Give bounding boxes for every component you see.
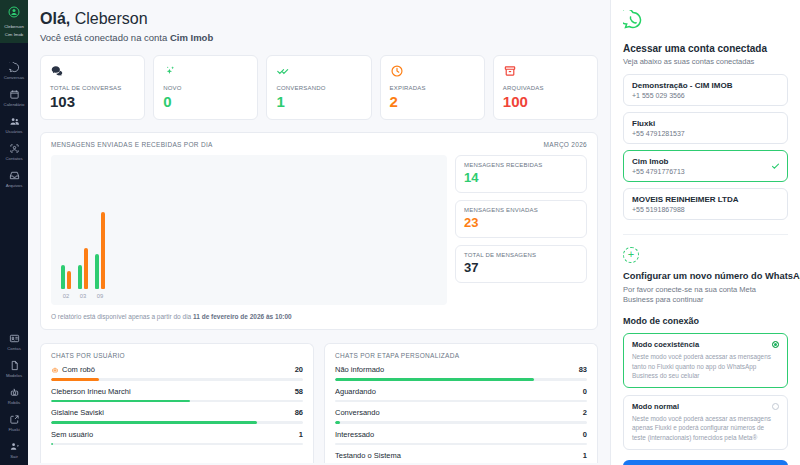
- subtitle-account: Cim Imob: [170, 32, 213, 43]
- mode-option-coexistencia[interactable]: Modo coexistência Neste modo você poderá…: [623, 333, 788, 388]
- sidebar-bottom-group: Contas Modelos Robôs Fluxki Sair: [0, 328, 28, 465]
- sidebar-item-fluxki[interactable]: Fluxki: [0, 409, 28, 436]
- whatsapp-panel: Acessar uma conta conectada Veja abaixo …: [610, 0, 800, 465]
- row-value: 2: [583, 408, 587, 417]
- progress-track: [51, 421, 303, 424]
- radio-selected-icon[interactable]: [772, 341, 779, 348]
- progress-track: [51, 400, 303, 403]
- account-card-fluxki[interactable]: Fluxki +55 4791281537: [623, 112, 788, 144]
- stat-value: 103: [50, 93, 135, 110]
- bar: [61, 265, 65, 289]
- list-item[interactable]: Gislaine Saviski86: [51, 408, 303, 424]
- sidebar-item-modelos[interactable]: Modelos: [0, 355, 28, 382]
- chart-title: MENSAGENS ENVIADAS E RECEBIDAS POR DIA: [51, 141, 213, 148]
- page-title: Olá, Cleberson: [40, 10, 598, 28]
- bar-x-label: 03: [80, 293, 86, 299]
- progress-fill: [51, 421, 257, 424]
- sidebar-item-contas[interactable]: Contas: [0, 328, 28, 355]
- row-value: 0: [583, 430, 587, 439]
- progress-fill: [51, 443, 53, 446]
- document-icon: [9, 360, 20, 371]
- account-card-cim-imob[interactable]: Cim Imob +55 4791776713: [623, 150, 788, 182]
- sparkles-icon: [163, 64, 177, 78]
- sidebar-item-conversas[interactable]: Conversas: [0, 57, 28, 84]
- inbox-icon: [9, 170, 20, 181]
- list-item[interactable]: Interessado0: [335, 430, 587, 446]
- account-phone: +55 4791776713: [632, 168, 779, 175]
- stat-card-total-conversas[interactable]: TOTAL DE CONVERSAS 103: [40, 55, 145, 120]
- users-icon: [9, 116, 20, 127]
- stat-label: CONVERSANDO: [276, 85, 361, 91]
- sidebar-item-robos[interactable]: Robôs: [0, 382, 28, 409]
- bar: [67, 271, 71, 289]
- row-label: Aguardando: [335, 387, 376, 396]
- robot-icon: [9, 387, 20, 398]
- row-label: Testando o Sistema: [335, 451, 401, 460]
- summary-value: 14: [464, 170, 578, 185]
- progress-track: [335, 421, 587, 424]
- row-value: 0: [583, 387, 587, 396]
- chats-by-user-card: CHATS POR USUÁRIO Com robô 20 Cleberson …: [40, 343, 314, 463]
- account-phone: +1 555 029 3566: [632, 92, 779, 99]
- account-phone: +55 4791281537: [632, 130, 779, 137]
- stat-label: EXPIRADAS: [390, 85, 475, 91]
- mode-option-normal[interactable]: Modo normal Neste modo você poderá acess…: [623, 395, 788, 450]
- progress-track: [51, 443, 303, 446]
- summary-label: TOTAL DE MENSAGENS: [464, 252, 578, 258]
- list-item[interactable]: Com robô 20: [51, 365, 303, 381]
- add-number-icon[interactable]: [623, 247, 639, 263]
- stat-label: ARQUIVADAS: [503, 85, 588, 91]
- account-card-demonstracao[interactable]: Demonstração - CIM IMOB +1 555 029 3566: [623, 74, 788, 106]
- summary-card-enviadas: MENSAGENS ENVIADAS 23: [455, 200, 587, 238]
- connect-meta-business-button[interactable]: Conectar com o Meta Business: [623, 460, 788, 465]
- sidebar-profile[interactable]: Cleberson Cim Imob: [0, 0, 28, 43]
- sidebar-item-contatos[interactable]: Contatos: [0, 138, 28, 165]
- stat-value: 1: [276, 93, 361, 110]
- progress-track: [51, 378, 303, 381]
- stat-card-expiradas[interactable]: EXPIRADAS 2: [380, 55, 485, 120]
- messages-bar-chart: 020309: [61, 212, 105, 299]
- external-link-icon: [9, 414, 20, 425]
- chats-icon: [50, 64, 64, 78]
- chats-by-stage-card: CHATS POR ETAPA PERSONALIZADA Não inform…: [324, 343, 598, 463]
- row-label: Não informado: [335, 365, 384, 374]
- sidebar-item-sair[interactable]: Sair: [0, 436, 28, 463]
- sidebar-item-usuarios[interactable]: Usuários: [0, 111, 28, 138]
- subtitle-text: Você está conectado na conta: [40, 32, 170, 43]
- chat-icon: [9, 62, 20, 73]
- summary-label: MENSAGENS RECEBIDAS: [464, 162, 578, 168]
- main-content: Olá, Cleberson Você está conectado na co…: [28, 0, 610, 465]
- note-date: 11 de fevereiro de 2026 às 10:00: [193, 313, 292, 320]
- stat-label: NOVO: [163, 85, 248, 91]
- list-item[interactable]: Testando o Sistema1: [335, 451, 587, 463]
- connection-mode-title: Modo de conexão: [623, 316, 788, 326]
- double-check-icon: [276, 64, 290, 78]
- bar: [78, 265, 82, 289]
- stat-card-conversando[interactable]: CONVERSANDO 1: [266, 55, 371, 120]
- row-value: 83: [579, 365, 587, 374]
- radio-unselected-icon[interactable]: [772, 403, 779, 410]
- row-value: 58: [295, 387, 303, 396]
- sidebar-item-arquivos[interactable]: Arquivos: [0, 165, 28, 192]
- bar-group-day-03: 03: [78, 248, 88, 299]
- list-item[interactable]: Não informado83: [335, 365, 587, 381]
- list-item[interactable]: Sem usuário1: [51, 430, 303, 446]
- sidebar-item-label: Sair: [1, 454, 27, 459]
- stat-card-novo[interactable]: NOVO 0: [153, 55, 258, 120]
- list-item[interactable]: Conversando2: [335, 408, 587, 424]
- contacts-icon: [9, 143, 20, 154]
- stat-card-arquivadas[interactable]: ARQUIVADAS 100: [493, 55, 598, 120]
- check-icon: [771, 161, 780, 170]
- list-item[interactable]: Aguardando0: [335, 387, 587, 403]
- mode-name: Modo coexistência: [632, 340, 699, 349]
- chart-period-selector[interactable]: MARÇO 2026: [544, 141, 587, 148]
- list-item[interactable]: Cleberson Irineu Marchi58: [51, 387, 303, 403]
- messages-chart-card: MENSAGENS ENVIADAS E RECEBIDAS POR DIA M…: [40, 132, 598, 330]
- account-card-moveis-reinheimer[interactable]: MOVEIS REINHEIMER LTDA +55 5191867988: [623, 188, 788, 220]
- connected-accounts-title: Acessar uma conta conectada: [623, 43, 788, 54]
- account-name: Fluxki: [632, 119, 779, 128]
- sidebar-item-calendario[interactable]: Calendário: [0, 84, 28, 111]
- bottom-lists-row: CHATS POR USUÁRIO Com robô 20 Cleberson …: [40, 343, 598, 463]
- report-availability-note: O relatório está disponível apenas a par…: [51, 313, 587, 320]
- progress-track: [335, 400, 587, 403]
